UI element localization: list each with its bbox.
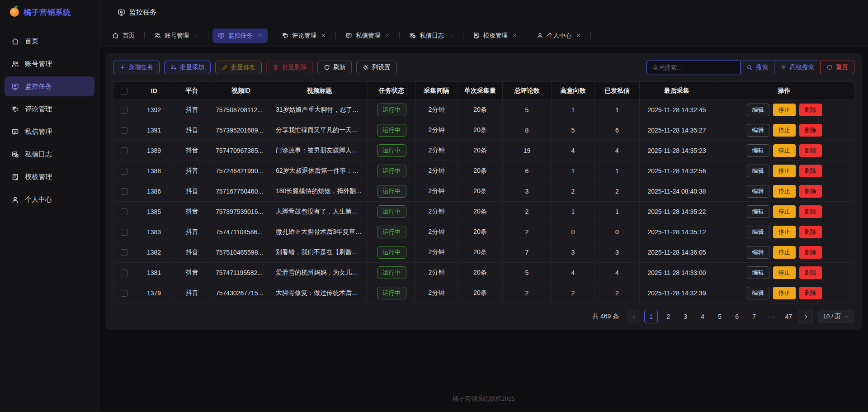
column-header: 视频标题 xyxy=(271,82,368,100)
row-checkbox[interactable] xyxy=(121,147,127,154)
stop-button[interactable]: 停止 xyxy=(773,205,796,218)
close-icon[interactable] xyxy=(576,33,581,38)
column-header: 视频ID xyxy=(211,82,271,100)
delete-button[interactable]: 删除 xyxy=(799,205,822,218)
sidebar-item-accounts[interactable]: 账号管理 xyxy=(5,54,94,74)
stop-button[interactable]: 停止 xyxy=(773,226,796,238)
page-2[interactable]: 2 xyxy=(661,310,675,323)
sidebar-item-dm-logs[interactable]: 私信日志 xyxy=(5,144,94,164)
sidebar-item-home[interactable]: 首页 xyxy=(5,31,94,51)
edit-button[interactable]: 编辑 xyxy=(747,226,769,238)
next-page-button[interactable] xyxy=(799,310,812,323)
tab-templates[interactable]: 模板管理 xyxy=(467,28,523,43)
edit-button[interactable]: 编辑 xyxy=(747,185,769,198)
sidebar-item-comments[interactable]: 评论管理 xyxy=(5,99,94,119)
search-button[interactable]: 搜索 xyxy=(740,61,774,74)
edit-button[interactable]: 编辑 xyxy=(747,246,769,259)
prev-page-button[interactable] xyxy=(627,310,641,323)
advanced-search-button[interactable]: 高级搜索 xyxy=(774,61,821,74)
delete-button[interactable]: 删除 xyxy=(799,287,822,299)
tab-monitor-tasks[interactable]: 监控任务 xyxy=(212,28,268,43)
sidebar-item-dm[interactable]: 私信管理 xyxy=(5,122,94,142)
refresh-button[interactable]: 刷新 xyxy=(317,61,352,74)
tab-comments[interactable]: 评论管理 xyxy=(276,28,331,43)
close-icon[interactable] xyxy=(321,33,326,38)
template-icon xyxy=(11,173,19,181)
batch-delete-button[interactable]: 批量删除 xyxy=(266,61,313,74)
close-icon[interactable] xyxy=(512,33,517,38)
row-checkbox[interactable] xyxy=(121,229,127,236)
stop-button[interactable]: 停止 xyxy=(773,287,796,299)
delete-button[interactable]: 删除 xyxy=(799,144,822,157)
tab-home[interactable]: 首页 xyxy=(107,28,140,43)
status-badge: 运行中 xyxy=(377,205,406,218)
cell-per-collect: 20条 xyxy=(458,141,503,161)
close-icon[interactable] xyxy=(193,33,198,38)
row-checkbox[interactable] xyxy=(121,290,127,297)
edit-button[interactable]: 编辑 xyxy=(747,124,769,137)
cell-platform: 抖音 xyxy=(173,120,211,141)
page-5[interactable]: 5 xyxy=(713,310,726,323)
close-icon[interactable] xyxy=(448,33,453,38)
stop-button[interactable]: 停止 xyxy=(773,185,796,198)
table-row: 1379抖音757430267715...大脚骨修复：做过传统术后还...运行中… xyxy=(113,283,854,303)
tab-accounts[interactable]: 账号管理 xyxy=(149,28,204,43)
tab-profile[interactable]: 个人中心 xyxy=(531,28,586,43)
row-checkbox[interactable] xyxy=(121,127,127,134)
row-checkbox[interactable] xyxy=(121,168,127,175)
page-size-select[interactable]: 10 / 页 xyxy=(818,310,854,323)
delete-button[interactable]: 删除 xyxy=(799,104,822,116)
add-task-button[interactable]: 新增任务 xyxy=(113,61,160,74)
stop-button[interactable]: 停止 xyxy=(773,104,796,116)
sidebar-item-profile[interactable]: 个人中心 xyxy=(5,189,94,209)
page-4[interactable]: 4 xyxy=(696,310,709,323)
stop-button[interactable]: 停止 xyxy=(773,246,796,259)
global-search-input[interactable] xyxy=(646,61,741,74)
app-root: 橘子营销系统 首页账号管理监控任务评论管理私信管理私信日志模板管理个人中心 监控… xyxy=(0,0,868,412)
table-row: 1381抖音757471195582...爱滑雪的杭州妈妈，为女儿先...运行中… xyxy=(113,263,854,283)
stop-button[interactable]: 停止 xyxy=(773,124,796,137)
tab-dm[interactable]: 私信管理 xyxy=(340,28,395,43)
edit-button[interactable]: 编辑 xyxy=(747,144,769,157)
batch-edit-button[interactable]: 批量修改 xyxy=(215,61,262,74)
edit-button[interactable]: 编辑 xyxy=(747,266,769,279)
delete-button[interactable]: 删除 xyxy=(799,165,822,177)
cell-video-title: 大脚骨修复：做过传统术后还... xyxy=(271,283,368,303)
cell-dm-sent: 1 xyxy=(595,161,640,181)
edit-button[interactable]: 编辑 xyxy=(747,104,769,116)
stop-button[interactable]: 停止 xyxy=(773,165,796,177)
delete-button[interactable]: 删除 xyxy=(799,246,822,259)
edit-button[interactable]: 编辑 xyxy=(747,205,769,218)
pagination-ellipsis[interactable]: ··· xyxy=(764,310,778,323)
delete-button[interactable]: 删除 xyxy=(799,185,822,198)
edit-button[interactable]: 编辑 xyxy=(747,287,769,299)
row-checkbox[interactable] xyxy=(121,188,127,195)
column-settings-button[interactable]: 列设置 xyxy=(356,61,397,74)
row-checkbox[interactable] xyxy=(121,249,127,256)
stop-button[interactable]: 停止 xyxy=(773,266,796,279)
close-icon[interactable] xyxy=(385,33,390,38)
delete-button[interactable]: 删除 xyxy=(799,266,822,279)
edit-button[interactable]: 编辑 xyxy=(747,165,769,177)
select-all-checkbox[interactable] xyxy=(121,88,127,95)
sidebar-item-templates[interactable]: 模板管理 xyxy=(5,167,94,187)
page-47[interactable]: 47 xyxy=(782,310,795,323)
tab-dm-logs[interactable]: 私信日志 xyxy=(404,28,459,43)
delete-button[interactable]: 删除 xyxy=(799,226,822,238)
batch-add-button[interactable]: 批量添加 xyxy=(164,61,211,74)
stop-button[interactable]: 停止 xyxy=(773,144,796,157)
page-6[interactable]: 6 xyxy=(730,310,744,323)
close-icon[interactable] xyxy=(257,33,262,38)
row-checkbox[interactable] xyxy=(121,107,127,114)
row-checkbox[interactable] xyxy=(121,270,127,276)
footer-copyright: 橘子营销系统版权2025 xyxy=(99,387,868,412)
cell-platform: 抖音 xyxy=(173,100,211,120)
page-7[interactable]: 7 xyxy=(747,310,761,323)
search-icon xyxy=(746,64,753,71)
reset-button[interactable]: 重置 xyxy=(820,61,854,74)
delete-button[interactable]: 删除 xyxy=(799,124,822,137)
page-3[interactable]: 3 xyxy=(679,310,692,323)
sidebar-item-monitor-tasks[interactable]: 监控任务 xyxy=(5,76,94,96)
page-1[interactable]: 1 xyxy=(644,310,658,323)
row-checkbox[interactable] xyxy=(121,208,127,215)
